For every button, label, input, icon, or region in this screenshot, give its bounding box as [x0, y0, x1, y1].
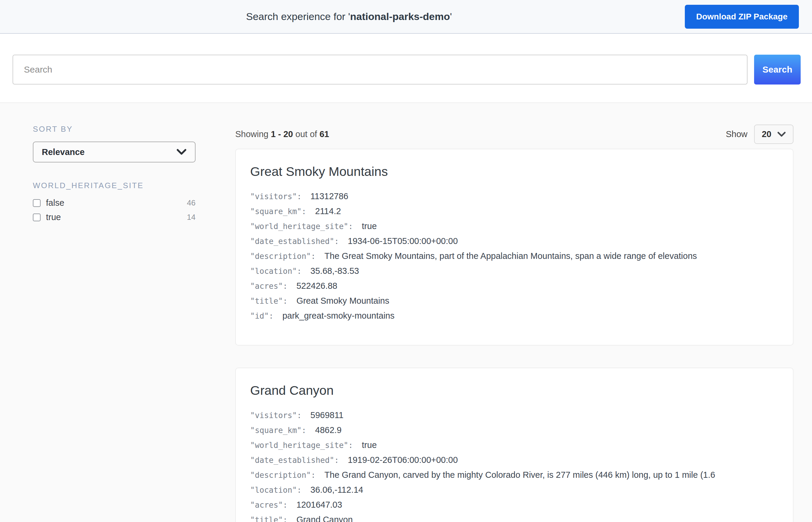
field-value: The Grand Canyon, carved by the mighty C… [325, 470, 715, 480]
field-value: 4862.9 [315, 426, 342, 435]
result-field-row: date_established1934-06-15T05:00:00+00:0… [250, 237, 778, 247]
field-value: 11312786 [310, 192, 348, 201]
page-title: Search experience for 'national-parks-de… [13, 11, 685, 22]
field-key: location [250, 486, 306, 495]
field-value: park_great-smoky-mountains [283, 312, 395, 320]
field-key: date_established [250, 237, 343, 246]
result-card: Grand Canyon visitors5969811 square_km48… [235, 368, 793, 522]
field-key: visitors [250, 192, 306, 201]
download-zip-button[interactable]: Download ZIP Package [685, 5, 799, 29]
result-field-row: titleGrand Canyon [250, 516, 778, 522]
field-key: title [250, 297, 292, 305]
facet-option-count: 14 [187, 213, 195, 222]
result-title: Great Smoky Mountains [250, 164, 778, 179]
field-key: date_established [250, 456, 343, 465]
facet-option-label: true [46, 212, 61, 222]
field-value: true [362, 441, 377, 450]
paging-total: 61 [319, 129, 329, 139]
facet-block: WORLD_HERITAGE_SITE false 46 [33, 181, 195, 222]
facet-option[interactable]: false 46 [33, 198, 195, 208]
facet-checkbox[interactable] [33, 199, 41, 207]
facet-heading: WORLD_HERITAGE_SITE [33, 181, 195, 190]
result-field-row: idpark_great-smoky-mountains [250, 312, 778, 321]
result-field-row: location36.06,-112.14 [250, 486, 778, 496]
result-field-row: square_km4862.9 [250, 426, 778, 436]
search-button[interactable]: Search [754, 55, 801, 84]
app-header: Search experience for 'national-parks-de… [0, 0, 812, 34]
page-title-prefix: Search experience for ' [246, 11, 350, 22]
field-key: acres [250, 282, 292, 290]
sort-select[interactable]: Relevance [33, 142, 195, 162]
field-value: true [362, 222, 377, 231]
result-fields: visitors5969811 square_km4862.9 world_he… [250, 411, 778, 522]
field-key: acres [250, 501, 292, 509]
result-card: Great Smoky Mountains visitors11312786 s… [235, 149, 793, 345]
results-per-page-select[interactable]: 20 [754, 124, 793, 144]
field-value: 5969811 [310, 411, 343, 420]
facet-checkbox[interactable] [33, 214, 41, 221]
show-control: Show 20 [726, 124, 793, 144]
paging-range: 1 - 20 [271, 129, 293, 139]
result-field-row: world_heritage_sitetrue [250, 222, 778, 232]
result-field-row: world_heritage_sitetrue [250, 441, 778, 450]
field-value: 36.06,-112.14 [310, 486, 363, 495]
result-field-row: square_km2114.2 [250, 207, 778, 217]
chevron-down-icon [176, 149, 187, 155]
sidebar: SORT BY Relevance WORLD_HERITAGE_SITE fa… [33, 124, 195, 522]
result-field-row: acres522426.88 [250, 282, 778, 292]
result-field-row: acres1201647.03 [250, 501, 778, 510]
field-key: title [250, 516, 292, 522]
result-field-row: titleGreat Smoky Mountains [250, 297, 778, 306]
field-value: 35.68,-83.53 [310, 267, 359, 276]
paging-info: Showing 1 - 20 out of 61 [235, 129, 329, 139]
field-key: square_km [250, 207, 311, 216]
result-field-row: visitors11312786 [250, 192, 778, 202]
field-value: The Great Smoky Mountains, part of the A… [325, 252, 697, 261]
result-title: Grand Canyon [250, 383, 778, 398]
chevron-down-icon [777, 132, 786, 137]
result-field-row: descriptionThe Great Smoky Mountains, pa… [250, 252, 778, 262]
field-key: location [250, 267, 306, 276]
result-field-row: location35.68,-83.53 [250, 267, 778, 277]
page-title-suffix: ' [450, 11, 452, 22]
field-value: 522426.88 [296, 282, 337, 290]
results-per-page-value: 20 [762, 129, 771, 139]
sort-by-heading: SORT BY [33, 124, 195, 134]
paging-prefix: Showing [235, 129, 268, 139]
field-key: description [250, 252, 320, 261]
facet-list: WORLD_HERITAGE_SITE false 46 [33, 181, 195, 222]
results-header: Showing 1 - 20 out of 61 Show 20 [235, 124, 793, 144]
show-label: Show [726, 129, 748, 139]
field-value: Great Smoky Mountains [296, 297, 389, 305]
field-value: 2114.2 [315, 207, 341, 216]
field-value: 1919-02-26T06:00:00+00:00 [348, 456, 458, 465]
paging-connector: out of [295, 129, 317, 139]
sort-select-value: Relevance [42, 147, 85, 157]
result-fields: visitors11312786 square_km2114.2 world_h… [250, 192, 778, 321]
result-field-row: visitors5969811 [250, 411, 778, 421]
result-field-row: date_established1919-02-26T06:00:00+00:0… [250, 456, 778, 465]
field-value: 1934-06-15T05:00:00+00:00 [348, 237, 458, 246]
field-value: 1201647.03 [296, 501, 342, 509]
field-key: description [250, 470, 320, 480]
facet-option[interactable]: true 14 [33, 212, 195, 222]
field-value: Grand Canyon [296, 516, 353, 522]
search-input[interactable] [13, 55, 748, 84]
result-field-row: descriptionThe Grand Canyon, carved by t… [250, 470, 778, 481]
field-key: square_km [250, 426, 311, 435]
results-area: Showing 1 - 20 out of 61 Show 20 Great S… [235, 124, 793, 522]
content-area: SORT BY Relevance WORLD_HERITAGE_SITE fa… [0, 103, 812, 522]
facet-option-count: 46 [187, 198, 195, 207]
field-key: visitors [250, 411, 306, 420]
facet-option-label: false [46, 198, 64, 208]
field-key: world_heritage_site [250, 441, 358, 450]
engine-name: national-parks-demo [350, 11, 450, 22]
search-bar-section: Search [0, 34, 812, 103]
results-list: Great Smoky Mountains visitors11312786 s… [235, 149, 793, 522]
field-key: id [250, 312, 278, 320]
field-key: world_heritage_site [250, 222, 358, 231]
facet-options: false 46 true 14 [33, 198, 195, 222]
